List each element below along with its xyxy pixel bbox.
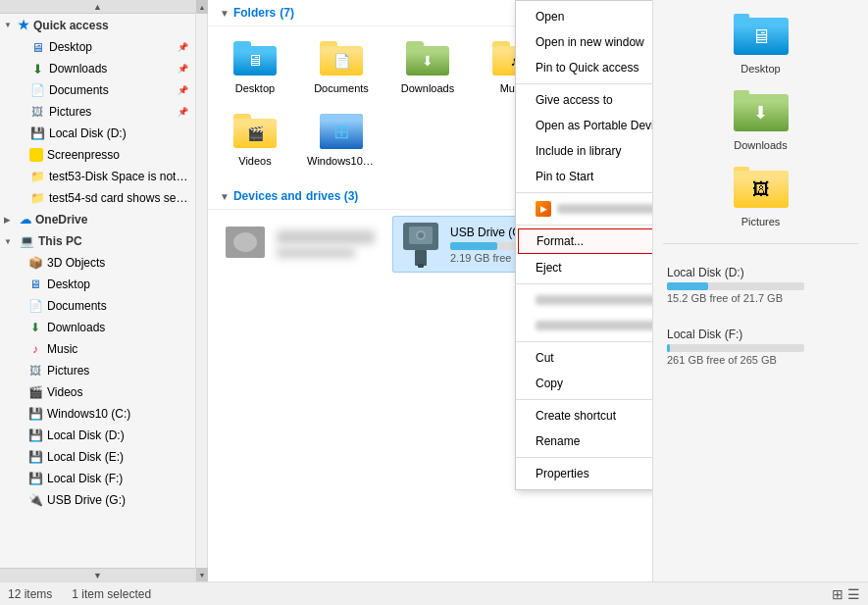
devices-expand-icon[interactable]: ▼: [220, 191, 230, 202]
sidebar-item-pictures-quick[interactable]: 🖼 Pictures 📌: [0, 101, 195, 123]
scroll-up-arrow[interactable]: ▲: [0, 0, 195, 14]
ctx-pin-start[interactable]: Pin to Start: [516, 164, 652, 189]
sidebar-item-videos-pc[interactable]: 🎬 Videos: [0, 381, 195, 403]
rp-desktop-label: Desktop: [740, 63, 780, 75]
blurred-device-icon: [226, 227, 269, 262]
desktop-icon: 🖥: [29, 39, 45, 55]
ctx-create-shortcut[interactable]: Create shortcut: [516, 403, 652, 429]
this-pc-section[interactable]: ▼ 💻 This PC: [0, 230, 195, 252]
test54-icon: 📁: [29, 190, 45, 206]
sidebar-screenpresso-label: Screenpresso: [47, 148, 189, 162]
sidebar-scroll-up[interactable]: ▲: [196, 0, 208, 14]
sidebar-item-test54[interactable]: 📁 test54-sd card shows sercu: [0, 187, 195, 209]
ctx-cut[interactable]: Cut: [516, 345, 652, 371]
ctx-blurred-2[interactable]: [516, 287, 652, 313]
ctx-copy[interactable]: Copy: [516, 371, 652, 396]
right-panel: 🖥 Desktop ⬇ Downloads: [652, 0, 868, 581]
sidebar-pictures-pc-label: Pictures: [47, 364, 189, 378]
ctx-give-access[interactable]: Give access to ▶: [516, 87, 652, 113]
status-selected-count: 1 item selected: [72, 587, 151, 601]
quick-access-section[interactable]: ▼ ★ Quick access: [0, 14, 195, 36]
sidebar-item-localdisk-f-pc[interactable]: 💾 Local Disk (F:): [0, 468, 195, 489]
ctx-open-new-window[interactable]: Open in new window: [516, 29, 652, 55]
sidebar-item-pictures-pc[interactable]: 🖼 Pictures: [0, 360, 195, 381]
scroll-down-arrow[interactable]: ▼: [0, 568, 195, 581]
sidebar-localdisk-e-pc-label: Local Disk (E:): [47, 450, 189, 464]
ctx-open-portable[interactable]: Open as Portable Device: [516, 113, 652, 138]
rp-item-pictures[interactable]: 🖼 Pictures: [663, 163, 858, 227]
downloads-icon: ⬇: [29, 61, 45, 76]
ctx-rename[interactable]: Rename: [516, 429, 652, 454]
ctx-format[interactable]: Format...: [518, 228, 652, 254]
ctx-open-label: Open: [536, 10, 564, 24]
rp-drive-d-space: 15.2 GB free of 21.7 GB: [667, 292, 854, 304]
sidebar-item-usb-pc[interactable]: 🔌 USB Drive (G:): [0, 489, 195, 511]
folder-item-downloads[interactable]: ⬇ Downloads: [388, 34, 467, 99]
onedrive-section[interactable]: ▶ ☁ OneDrive: [0, 209, 195, 230]
onedrive-label: OneDrive: [35, 213, 87, 227]
ctx-separator-5: [516, 341, 652, 342]
rp-drive-f-bar: [667, 344, 670, 352]
sidebar-3dobjects-label: 3D Objects: [47, 256, 189, 270]
ctx-pin-quick-access[interactable]: Pin to Quick access: [516, 55, 652, 80]
thispc-label: This PC: [38, 234, 82, 248]
folders-expand-icon[interactable]: ▼: [220, 8, 230, 19]
ctx-open[interactable]: Open: [516, 4, 652, 29]
sidebar-item-downloads-pc[interactable]: ⬇ Downloads: [0, 317, 195, 338]
sidebar-item-desktop-quick[interactable]: 🖥 Desktop 📌: [0, 36, 195, 58]
localdisk-d-pc-icon: 💾: [27, 428, 43, 443]
documents-folder-icon: 📄: [318, 39, 365, 78]
sidebar-item-localdisk-e-pc[interactable]: 💾 Local Disk (E:): [0, 446, 195, 468]
pictures-pc-icon: 🖼: [27, 363, 43, 378]
sidebar-localdisk-quick-label: Local Disk (D:): [49, 126, 189, 140]
usb-device-icon: [399, 221, 442, 268]
sidebar-localdisk-d-pc-label: Local Disk (D:): [47, 429, 189, 442]
pin-icon: 📌: [178, 42, 189, 52]
ctx-blurred-1[interactable]: ▶ ▶: [516, 196, 652, 222]
view-list-icon[interactable]: ☰: [847, 586, 860, 602]
view-large-icon[interactable]: ⊞: [832, 586, 843, 602]
rp-item-downloads[interactable]: ⬇ Downloads: [663, 86, 858, 151]
sidebar-videos-pc-label: Videos: [47, 385, 189, 399]
folder-item-desktop[interactable]: 🖥 Desktop: [216, 34, 294, 99]
sidebar-item-documents-pc[interactable]: 📄 Documents: [0, 295, 195, 317]
sidebar-item-test53[interactable]: 📁 test53-Disk Space is not Er: [0, 166, 195, 187]
sidebar-item-3dobjects[interactable]: 📦 3D Objects: [0, 252, 195, 274]
device-item-blurred[interactable]: [220, 216, 381, 273]
3dobjects-icon: 📦: [27, 255, 43, 271]
desktop-folder-icon: 🖥: [231, 39, 279, 78]
quick-access-icon: ★: [18, 18, 29, 32]
ctx-format-label: Format...: [536, 234, 584, 248]
sidebar-item-localdisk-quick[interactable]: 💾 Local Disk (D:): [0, 123, 195, 144]
rp-drive-d[interactable]: Local Disk (D:) 15.2 GB free of 21.7 GB: [663, 260, 858, 310]
sidebar-item-windows10-pc[interactable]: 💾 Windows10 (C:): [0, 403, 195, 425]
sidebar-item-documents-quick[interactable]: 📄 Documents 📌: [0, 79, 195, 101]
sidebar-music-pc-label: Music: [47, 342, 189, 356]
blurred-device-info: [277, 230, 375, 258]
sidebar-scroll-down[interactable]: ▼: [196, 568, 208, 581]
screenpresso-icon: [29, 148, 43, 162]
folder-item-videos[interactable]: 🎬 Videos: [216, 107, 294, 172]
sidebar-item-downloads-quick[interactable]: ⬇ Downloads 📌: [0, 58, 195, 79]
localdisk-f-pc-icon: 💾: [27, 471, 43, 486]
onedrive-icon: ☁: [20, 213, 31, 227]
rp-drive-f[interactable]: Local Disk (F:) 261 GB free of 265 GB: [663, 322, 858, 372]
sidebar-scrollbar[interactable]: ▲ ▼: [196, 0, 208, 581]
folder-item-documents[interactable]: 📄 Documents: [302, 34, 381, 99]
view-icons: ⊞ ☰: [832, 586, 860, 602]
folders-header-label: Folders: [233, 6, 276, 20]
sidebar-item-desktop-pc[interactable]: 🖥 Desktop: [0, 274, 195, 295]
sidebar-item-screenpresso[interactable]: Screenpresso: [0, 144, 195, 166]
ctx-include-library[interactable]: Include in library ▶: [516, 138, 652, 164]
ctx-eject-label: Eject: [536, 261, 562, 275]
ctx-blurred-3[interactable]: [516, 313, 652, 338]
sidebar-item-music-pc[interactable]: ♪ Music: [0, 338, 195, 360]
folder-item-windows10[interactable]: ⊞ Windows10 (C:): [302, 107, 381, 172]
ctx-properties[interactable]: Properties: [516, 461, 652, 486]
videos-pc-icon: 🎬: [27, 384, 43, 400]
rp-item-desktop[interactable]: 🖥 Desktop: [663, 10, 858, 75]
sidebar-item-localdisk-d-pc[interactable]: 💾 Local Disk (D:): [0, 425, 195, 446]
documents-folder-label: Documents: [307, 82, 376, 94]
ctx-eject[interactable]: Eject: [516, 255, 652, 280]
windows10-folder-icon: ⊞: [318, 112, 365, 151]
